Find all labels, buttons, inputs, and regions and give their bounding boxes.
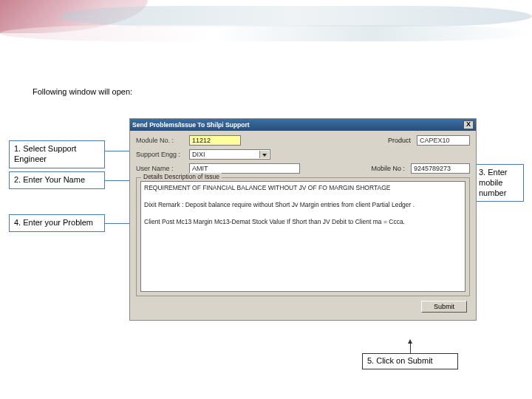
arrow-to-submit [410,340,411,353]
product-field: CAPEX10 [417,135,470,146]
issue-line: REQUIREMENT OF FINANCIAL BALANCE WITHOUT… [144,184,390,191]
callout-step-2: 2. Enter Your Name [9,171,105,189]
label-module: Module No. : [136,137,186,144]
support-engg-dropdown[interactable]: DIXI [189,149,270,160]
banner-swirl [59,6,532,27]
label-support: Support Engg : [136,151,186,158]
callout-step-4: 4. Enter your Problem [9,214,105,232]
callout-step-5: 5. Click on Submit [362,353,458,369]
window-title: Send Problems/Issue To Shilpi Support [132,121,250,129]
module-field[interactable]: 11212 [189,135,241,146]
groupbox-label: Details Description of Issue [141,173,222,180]
decorative-banner [0,0,532,52]
callout-step-3: 3. Enter mobile number [474,164,524,202]
support-window: Send Problems/Issue To Shilpi Support X … [129,118,477,321]
form-body: Module No. : 11212 Product CAPEX10 Suppo… [130,131,476,320]
label-mobile: Mobile No : [364,165,408,172]
intro-text: Following window will open: [33,87,132,96]
issue-line: Dixit Remark : Deposit balance require w… [144,201,415,208]
submit-button[interactable]: Submit [421,301,467,313]
issue-line: Client Post Mc13 Margin Mc13-Demat Stock… [144,218,405,225]
mobile-field[interactable]: 9245789273 [411,163,470,174]
issue-groupbox: Details Description of Issue REQUIREMENT… [136,177,470,296]
label-product: Product [369,137,414,144]
close-icon[interactable]: X [463,120,474,129]
titlebar: Send Problems/Issue To Shilpi Support X [130,119,476,131]
banner-swirl [0,25,532,41]
label-username: User Name : [136,165,186,172]
username-field[interactable]: AMIT [189,163,300,174]
issue-textarea[interactable]: REQUIREMENT OF FINANCIAL BALANCE WITHOUT… [140,181,466,292]
callout-step-1: 1. Select Support Engineer [9,140,105,168]
